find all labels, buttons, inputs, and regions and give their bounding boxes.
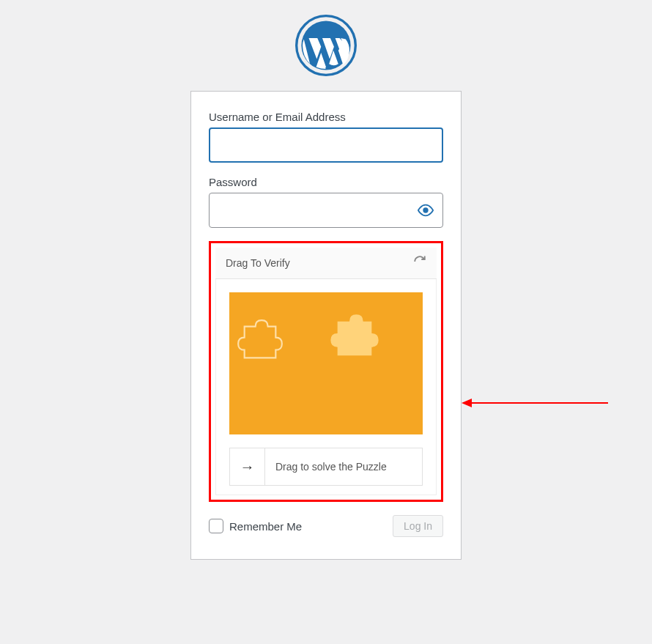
refresh-button[interactable] (413, 255, 426, 271)
login-button[interactable]: Log In (393, 515, 443, 537)
remember-me-label: Remember Me (229, 520, 302, 533)
puzzle-slot-icon (237, 319, 284, 366)
login-footer-row: Remember Me Log In (209, 515, 443, 537)
captcha-container: Drag To Verify → Drag to solve the Puzzl… (209, 241, 443, 502)
captcha-puzzle-image (229, 292, 423, 434)
username-input[interactable] (209, 127, 443, 163)
captcha-slider-handle[interactable]: → (230, 448, 265, 485)
password-label: Password (209, 176, 443, 188)
remember-me-checkbox[interactable] (209, 519, 223, 533)
puzzle-piece-icon[interactable] (329, 313, 380, 364)
refresh-icon (413, 255, 426, 268)
logo-container (0, 0, 652, 91)
remember-me-wrap[interactable]: Remember Me (209, 519, 302, 533)
password-field-group: Password (209, 176, 443, 228)
username-label: Username or Email Address (209, 111, 443, 123)
annotation-arrow-icon (462, 396, 608, 410)
captcha-body: → Drag to solve the Puzzle (215, 279, 437, 495)
password-input[interactable] (209, 193, 443, 228)
show-password-button[interactable] (414, 199, 437, 222)
captcha-slider-track: → Drag to solve the Puzzle (229, 448, 423, 486)
captcha-slider-label: Drag to solve the Puzzle (265, 461, 422, 473)
eye-icon (418, 202, 434, 218)
svg-point-2 (423, 208, 428, 212)
login-form: Username or Email Address Password Drag … (190, 91, 462, 560)
svg-marker-4 (462, 399, 472, 407)
wordpress-logo-icon (295, 15, 357, 76)
captcha-header: Drag To Verify (215, 248, 437, 279)
username-field-group: Username or Email Address (209, 111, 443, 163)
captcha-title: Drag To Verify (226, 257, 290, 269)
